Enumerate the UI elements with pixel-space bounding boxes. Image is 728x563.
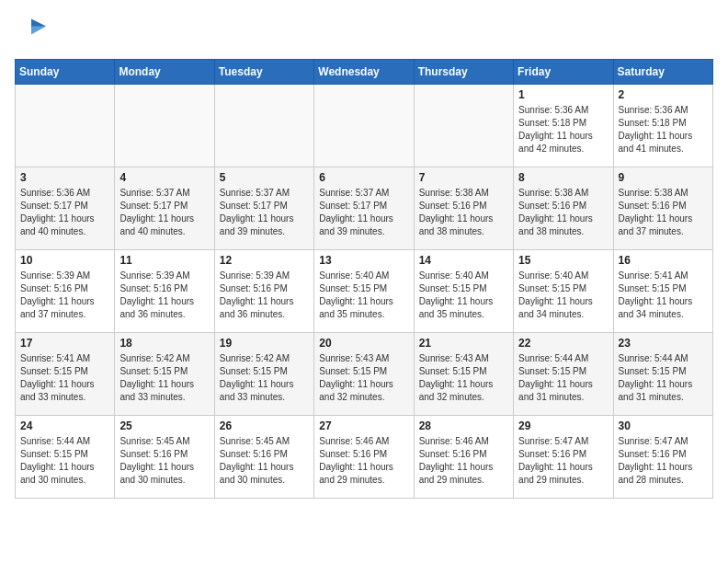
day-cell: 10Sunrise: 5:39 AM Sunset: 5:16 PM Dayli… — [16, 250, 115, 333]
day-cell — [414, 85, 513, 167]
day-number: 15 — [518, 254, 608, 267]
day-cell — [115, 85, 214, 167]
day-cell: 21Sunrise: 5:43 AM Sunset: 5:15 PM Dayli… — [414, 333, 513, 416]
day-number: 29 — [518, 419, 608, 432]
day-cell: 5Sunrise: 5:37 AM Sunset: 5:17 PM Daylig… — [214, 167, 313, 250]
day-cell: 27Sunrise: 5:46 AM Sunset: 5:16 PM Dayli… — [314, 416, 414, 499]
day-number: 21 — [419, 337, 508, 350]
day-info: Sunrise: 5:39 AM Sunset: 5:16 PM Dayligh… — [220, 270, 309, 321]
day-info: Sunrise: 5:36 AM Sunset: 5:18 PM Dayligh… — [619, 104, 708, 155]
day-info: Sunrise: 5:44 AM Sunset: 5:15 PM Dayligh… — [20, 435, 109, 487]
day-number: 5 — [220, 171, 309, 184]
day-number: 20 — [319, 337, 408, 350]
week-row-0: 1Sunrise: 5:36 AM Sunset: 5:18 PM Daylig… — [16, 85, 713, 167]
day-info: Sunrise: 5:42 AM Sunset: 5:15 PM Dayligh… — [220, 352, 309, 404]
day-info: Sunrise: 5:37 AM Sunset: 5:17 PM Dayligh… — [119, 187, 209, 238]
day-number: 8 — [518, 171, 608, 184]
day-cell: 1Sunrise: 5:36 AM Sunset: 5:18 PM Daylig… — [514, 85, 613, 167]
day-cell: 7Sunrise: 5:38 AM Sunset: 5:16 PM Daylig… — [414, 167, 513, 250]
day-info: Sunrise: 5:43 AM Sunset: 5:15 PM Dayligh… — [319, 352, 408, 404]
calendar-body: 1Sunrise: 5:36 AM Sunset: 5:18 PM Daylig… — [16, 85, 713, 499]
day-number: 12 — [220, 254, 309, 267]
day-number: 28 — [419, 419, 508, 432]
day-info: Sunrise: 5:41 AM Sunset: 5:15 PM Dayligh… — [619, 270, 708, 321]
day-cell: 16Sunrise: 5:41 AM Sunset: 5:15 PM Dayli… — [613, 250, 712, 333]
day-info: Sunrise: 5:46 AM Sunset: 5:16 PM Dayligh… — [319, 435, 408, 487]
week-row-3: 17Sunrise: 5:41 AM Sunset: 5:15 PM Dayli… — [16, 333, 713, 416]
day-info: Sunrise: 5:44 AM Sunset: 5:15 PM Dayligh… — [619, 352, 708, 404]
day-cell: 26Sunrise: 5:45 AM Sunset: 5:16 PM Dayli… — [214, 416, 313, 499]
day-info: Sunrise: 5:41 AM Sunset: 5:15 PM Dayligh… — [20, 352, 109, 404]
weekday-header-row: SundayMondayTuesdayWednesdayThursdayFrid… — [16, 60, 713, 85]
weekday-thursday: Thursday — [414, 60, 513, 85]
logo-icon — [15, 15, 48, 48]
day-number: 13 — [319, 254, 408, 267]
day-info: Sunrise: 5:39 AM Sunset: 5:16 PM Dayligh… — [20, 270, 109, 321]
day-number: 10 — [20, 254, 109, 267]
day-cell — [214, 85, 313, 167]
day-number: 2 — [619, 88, 708, 101]
day-cell: 13Sunrise: 5:40 AM Sunset: 5:15 PM Dayli… — [314, 250, 414, 333]
day-info: Sunrise: 5:37 AM Sunset: 5:17 PM Dayligh… — [319, 187, 408, 238]
weekday-saturday: Saturday — [613, 60, 712, 85]
day-info: Sunrise: 5:40 AM Sunset: 5:15 PM Dayligh… — [319, 270, 408, 321]
day-info: Sunrise: 5:38 AM Sunset: 5:16 PM Dayligh… — [419, 187, 508, 238]
day-info: Sunrise: 5:45 AM Sunset: 5:16 PM Dayligh… — [119, 435, 209, 487]
day-cell: 29Sunrise: 5:47 AM Sunset: 5:16 PM Dayli… — [514, 416, 613, 499]
day-info: Sunrise: 5:37 AM Sunset: 5:17 PM Dayligh… — [220, 187, 309, 238]
day-cell — [314, 85, 414, 167]
day-cell: 18Sunrise: 5:42 AM Sunset: 5:15 PM Dayli… — [115, 333, 214, 416]
day-cell: 12Sunrise: 5:39 AM Sunset: 5:16 PM Dayli… — [214, 250, 313, 333]
day-number: 17 — [20, 337, 109, 350]
day-number: 19 — [220, 337, 309, 350]
day-cell: 15Sunrise: 5:40 AM Sunset: 5:15 PM Dayli… — [514, 250, 613, 333]
day-cell: 20Sunrise: 5:43 AM Sunset: 5:15 PM Dayli… — [314, 333, 414, 416]
day-info: Sunrise: 5:44 AM Sunset: 5:15 PM Dayligh… — [518, 352, 608, 404]
week-row-4: 24Sunrise: 5:44 AM Sunset: 5:15 PM Dayli… — [16, 416, 713, 499]
day-info: Sunrise: 5:46 AM Sunset: 5:16 PM Dayligh… — [419, 435, 508, 487]
day-number: 22 — [518, 337, 608, 350]
logo — [15, 15, 51, 48]
day-number: 4 — [119, 171, 209, 184]
day-cell: 2Sunrise: 5:36 AM Sunset: 5:18 PM Daylig… — [613, 85, 712, 167]
week-row-2: 10Sunrise: 5:39 AM Sunset: 5:16 PM Dayli… — [16, 250, 713, 333]
page-header — [15, 15, 713, 48]
day-number: 18 — [119, 337, 209, 350]
day-number: 3 — [20, 171, 109, 184]
day-number: 16 — [619, 254, 708, 267]
weekday-sunday: Sunday — [16, 60, 115, 85]
day-info: Sunrise: 5:45 AM Sunset: 5:16 PM Dayligh… — [220, 435, 309, 487]
day-number: 1 — [518, 88, 608, 101]
weekday-friday: Friday — [514, 60, 613, 85]
day-info: Sunrise: 5:36 AM Sunset: 5:17 PM Dayligh… — [20, 187, 109, 238]
day-number: 23 — [619, 337, 708, 350]
day-number: 24 — [20, 419, 109, 432]
day-info: Sunrise: 5:40 AM Sunset: 5:15 PM Dayligh… — [419, 270, 508, 321]
calendar-header: SundayMondayTuesdayWednesdayThursdayFrid… — [16, 60, 713, 85]
day-cell: 6Sunrise: 5:37 AM Sunset: 5:17 PM Daylig… — [314, 167, 414, 250]
day-cell: 30Sunrise: 5:47 AM Sunset: 5:16 PM Dayli… — [613, 416, 712, 499]
calendar-table: SundayMondayTuesdayWednesdayThursdayFrid… — [15, 59, 713, 499]
day-number: 14 — [419, 254, 508, 267]
day-info: Sunrise: 5:47 AM Sunset: 5:16 PM Dayligh… — [619, 435, 708, 487]
day-number: 11 — [119, 254, 209, 267]
day-cell: 19Sunrise: 5:42 AM Sunset: 5:15 PM Dayli… — [214, 333, 313, 416]
day-cell: 8Sunrise: 5:38 AM Sunset: 5:16 PM Daylig… — [514, 167, 613, 250]
day-number: 6 — [319, 171, 408, 184]
day-number: 30 — [619, 419, 708, 432]
day-info: Sunrise: 5:43 AM Sunset: 5:15 PM Dayligh… — [419, 352, 508, 404]
day-cell: 22Sunrise: 5:44 AM Sunset: 5:15 PM Dayli… — [514, 333, 613, 416]
weekday-monday: Monday — [115, 60, 214, 85]
day-cell: 17Sunrise: 5:41 AM Sunset: 5:15 PM Dayli… — [16, 333, 115, 416]
svg-marker-1 — [31, 27, 46, 35]
day-number: 26 — [220, 419, 309, 432]
day-cell: 14Sunrise: 5:40 AM Sunset: 5:15 PM Dayli… — [414, 250, 513, 333]
day-cell: 24Sunrise: 5:44 AM Sunset: 5:15 PM Dayli… — [16, 416, 115, 499]
day-info: Sunrise: 5:38 AM Sunset: 5:16 PM Dayligh… — [619, 187, 708, 238]
day-cell: 9Sunrise: 5:38 AM Sunset: 5:16 PM Daylig… — [613, 167, 712, 250]
day-cell: 23Sunrise: 5:44 AM Sunset: 5:15 PM Dayli… — [613, 333, 712, 416]
day-cell: 3Sunrise: 5:36 AM Sunset: 5:17 PM Daylig… — [16, 167, 115, 250]
week-row-1: 3Sunrise: 5:36 AM Sunset: 5:17 PM Daylig… — [16, 167, 713, 250]
day-info: Sunrise: 5:38 AM Sunset: 5:16 PM Dayligh… — [518, 187, 608, 238]
day-info: Sunrise: 5:47 AM Sunset: 5:16 PM Dayligh… — [518, 435, 608, 487]
